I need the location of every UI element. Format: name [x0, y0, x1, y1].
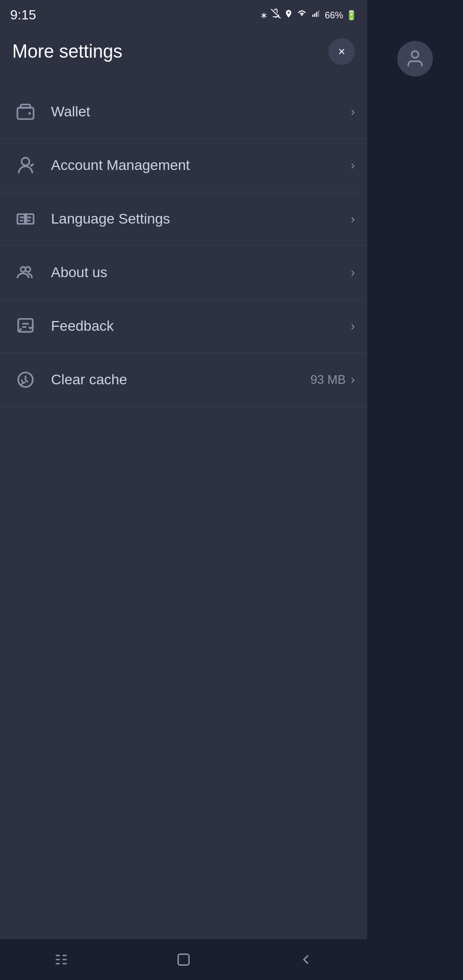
svg-rect-5 [17, 108, 34, 119]
account-management-chevron-icon: › [351, 158, 355, 173]
svg-point-14 [25, 267, 31, 272]
menu-item-feedback[interactable]: Feedback › [0, 300, 367, 353]
menu-item-account-management[interactable]: Account Management › [0, 139, 367, 192]
svg-rect-4 [318, 10, 319, 17]
mute-icon [271, 9, 281, 21]
menu-item-clear-cache-left: Clear cache [12, 366, 127, 393]
close-icon: × [338, 45, 345, 58]
svg-rect-1 [312, 15, 313, 17]
close-button[interactable]: × [328, 38, 355, 65]
about-us-icon [12, 259, 39, 286]
clear-cache-value: 93 MB [311, 373, 346, 387]
status-bar: 9:15 ∗ [0, 0, 367, 28]
language-settings-chevron-icon: › [351, 212, 355, 226]
account-management-label: Account Management [51, 157, 190, 174]
svg-point-6 [29, 112, 31, 115]
menu-item-about-us[interactable]: About us › [0, 246, 367, 300]
menu-item-about-left: About us [12, 259, 108, 286]
page-title: More settings [12, 41, 122, 62]
feedback-icon [12, 313, 39, 339]
nav-home-button[interactable] [163, 939, 204, 980]
clear-cache-icon [12, 366, 39, 393]
status-time: 9:15 [10, 7, 36, 23]
bottom-navigation [0, 939, 367, 980]
about-us-label: About us [51, 264, 108, 281]
clear-cache-chevron-icon: › [351, 373, 355, 387]
menu-item-account-left: Account Management [12, 152, 190, 179]
clear-cache-right: 93 MB › [311, 373, 355, 387]
status-icons: ∗ [260, 9, 357, 21]
svg-rect-3 [316, 12, 317, 17]
svg-rect-2 [314, 13, 315, 17]
bluetooth-icon: ∗ [260, 10, 268, 21]
feedback-label: Feedback [51, 318, 114, 334]
wallet-chevron-icon: › [351, 105, 355, 119]
right-panel [367, 0, 463, 980]
svg-rect-23 [178, 954, 189, 965]
nav-menu-button[interactable] [41, 939, 82, 980]
page-header: More settings × [0, 28, 367, 75]
feedback-chevron-icon: › [351, 319, 355, 333]
wallet-right: › [351, 105, 355, 119]
menu-item-wallet-left: Wallet [12, 99, 90, 125]
main-panel: 9:15 ∗ [0, 0, 367, 980]
account-management-right: › [351, 158, 355, 173]
about-us-right: › [351, 265, 355, 280]
language-settings-label: Language Settings [51, 211, 170, 227]
wallet-icon [12, 99, 39, 125]
menu-item-wallet[interactable]: Wallet › [0, 85, 367, 139]
menu-item-feedback-left: Feedback [12, 313, 114, 339]
about-us-chevron-icon: › [351, 265, 355, 280]
language-settings-right: › [351, 212, 355, 226]
clear-cache-label: Clear cache [51, 372, 127, 388]
wifi-icon [296, 9, 307, 21]
wallet-label: Wallet [51, 104, 90, 120]
nav-back-button[interactable] [286, 939, 326, 980]
profile-section [367, 31, 463, 87]
settings-menu-list: Wallet › Account Management › [0, 85, 367, 407]
svg-point-24 [411, 51, 418, 58]
feedback-right: › [351, 319, 355, 333]
menu-item-language-left: Language Settings [12, 206, 170, 232]
avatar[interactable] [397, 41, 433, 77]
menu-item-clear-cache[interactable]: Clear cache 93 MB › [0, 353, 367, 407]
account-management-icon [12, 152, 39, 179]
signal-icon [311, 9, 322, 21]
language-settings-icon [12, 206, 39, 232]
menu-item-language-settings[interactable]: Language Settings › [0, 192, 367, 246]
location-icon [284, 9, 293, 21]
battery-indicator: 66% 🔋 [325, 10, 357, 21]
